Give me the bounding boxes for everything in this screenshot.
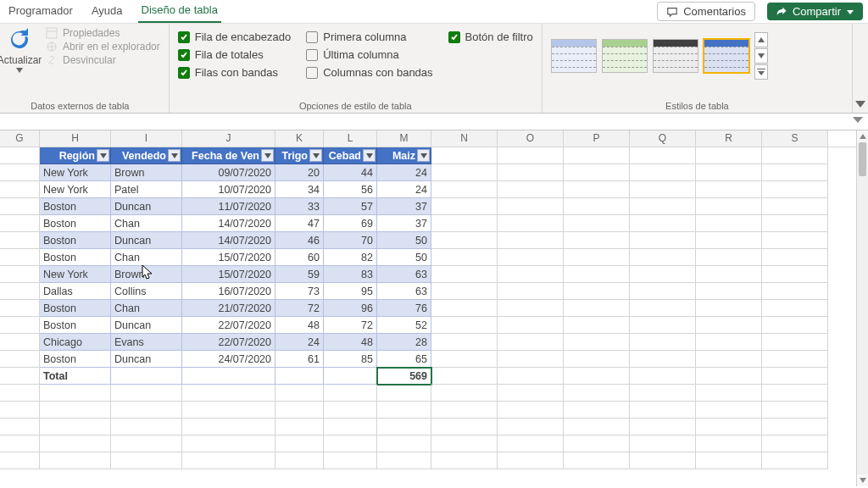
column-header-S[interactable]: S	[762, 130, 828, 147]
group-external-label: Datos externos de tabla	[0, 99, 160, 111]
table-styles-gallery[interactable]	[551, 27, 768, 80]
table-row[interactable]: BostonDuncan24/07/2020618565	[0, 351, 868, 368]
column-header-L[interactable]: L	[324, 130, 377, 147]
empty-row[interactable]	[0, 435, 868, 452]
check-fila-encabezado[interactable]: Fila de encabezado	[178, 30, 291, 43]
table-row[interactable]: BostonChan14/07/2020476937	[0, 215, 868, 232]
table-header-Maiz[interactable]: Maiz	[377, 147, 431, 164]
sheet-rows[interactable]: RegiónVendedoFecha de VenTrigoCebadMaizN…	[0, 147, 868, 469]
column-headers[interactable]: GHIJKLMNOPQRS	[0, 130, 868, 147]
table-header-row: RegiónVendedoFecha de VenTrigoCebadMaiz	[0, 147, 868, 164]
column-header-M[interactable]: M	[377, 130, 431, 147]
empty-row[interactable]	[0, 402, 868, 419]
column-header-K[interactable]: K	[275, 130, 324, 147]
filter-dropdown-icon[interactable]	[97, 149, 109, 162]
table-header-Fecha de Ven[interactable]: Fecha de Ven	[182, 147, 275, 164]
unlink-button[interactable]: Desvincular	[46, 54, 160, 66]
table-row[interactable]: BostonDuncan22/07/2020487252	[0, 317, 868, 334]
table-header-Vendedo[interactable]: Vendedo	[111, 147, 182, 164]
group-options-label: Opciones de estilo de tabla	[178, 99, 533, 111]
column-header-Q[interactable]: Q	[630, 130, 696, 147]
empty-row[interactable]	[0, 419, 868, 435]
share-button[interactable]: Compartir	[767, 3, 863, 20]
table-style-1[interactable]	[551, 39, 597, 73]
properties-button[interactable]: Propiedades	[46, 27, 160, 39]
column-header-G[interactable]: G	[0, 130, 40, 147]
gallery-more[interactable]	[754, 64, 768, 80]
group-styles-label: Estilos de tabla	[551, 99, 843, 111]
filter-dropdown-icon[interactable]	[261, 149, 274, 162]
table-row[interactable]: New YorkBrown09/07/2020204424	[0, 164, 868, 181]
formula-bar-collapsed	[0, 114, 868, 130]
scroll-up[interactable]	[857, 130, 868, 142]
column-header-R[interactable]: R	[696, 130, 762, 147]
open-browser-button[interactable]: Abrir en el explorador	[46, 41, 160, 53]
comments-label: Comentarios	[683, 5, 746, 18]
check-fila-totales[interactable]: Fila de totales	[178, 48, 291, 61]
table-style-3[interactable]	[653, 39, 698, 73]
filter-dropdown-icon[interactable]	[309, 149, 322, 162]
scroll-thumb[interactable]	[859, 142, 866, 176]
gallery-scroll-down[interactable]	[754, 48, 768, 64]
check-columnas-bandas[interactable]: Columnas con bandas	[306, 66, 432, 79]
svg-rect-0	[47, 28, 57, 38]
table-header-Trigo[interactable]: Trigo	[275, 147, 324, 164]
share-icon	[776, 6, 787, 18]
empty-row[interactable]	[0, 385, 868, 402]
comment-icon	[666, 6, 678, 18]
ribbon-tabstrip: Programador Ayuda Diseño de tabla Coment…	[0, 0, 868, 24]
table-row[interactable]: BostonChan21/07/2020729676	[0, 300, 868, 317]
vertical-scrollbar[interactable]	[856, 130, 868, 486]
refresh-icon	[7, 27, 32, 53]
check-boton-filtro[interactable]: Botón de filtro	[448, 30, 533, 43]
empty-row[interactable]	[0, 452, 868, 469]
column-header-P[interactable]: P	[564, 130, 630, 147]
formula-bar-expand[interactable]	[853, 115, 863, 124]
tab-diseno-tabla[interactable]: Diseño de tabla	[138, 0, 221, 23]
spreadsheet[interactable]: GHIJKLMNOPQRS RegiónVendedoFecha de VenT…	[0, 130, 868, 486]
table-style-4-selected[interactable]	[704, 39, 749, 73]
table-row[interactable]: New YorkPatel10/07/2020345624	[0, 181, 868, 198]
share-label: Compartir	[793, 5, 841, 18]
table-row[interactable]: BostonChan15/07/2020608250	[0, 249, 868, 266]
chevron-down-icon	[16, 68, 23, 73]
column-header-H[interactable]: H	[40, 130, 111, 147]
table-header-Cebad[interactable]: Cebad	[324, 147, 377, 164]
chevron-down-icon	[846, 8, 854, 16]
comments-button[interactable]: Comentarios	[657, 2, 755, 21]
column-header-O[interactable]: O	[498, 130, 564, 147]
table-header-Región[interactable]: Región	[40, 147, 111, 164]
table-row[interactable]: New YorkBrown15/07/2020598363	[0, 266, 868, 283]
gallery-scroll-up[interactable]	[754, 32, 768, 47]
refresh-label: Actualizar	[0, 54, 42, 66]
ribbon-collapse[interactable]	[853, 24, 868, 113]
table-row[interactable]: DallasCollins16/07/2020739563	[0, 283, 868, 300]
tab-programador[interactable]: Programador	[5, 1, 76, 22]
filter-dropdown-icon[interactable]	[168, 149, 181, 162]
filter-dropdown-icon[interactable]	[417, 149, 430, 162]
column-header-I[interactable]: I	[111, 130, 182, 147]
ribbon: Actualizar Propiedades Abrir en el explo…	[0, 24, 868, 114]
column-header-N[interactable]: N	[431, 130, 498, 147]
table-style-2[interactable]	[602, 39, 648, 73]
check-filas-bandas[interactable]: Filas con bandas	[178, 66, 291, 79]
tab-ayuda[interactable]: Ayuda	[88, 1, 126, 22]
table-row[interactable]: BostonDuncan14/07/2020467050	[0, 232, 868, 249]
check-primera-columna[interactable]: Primera columna	[306, 30, 432, 43]
refresh-splitbutton[interactable]: Actualizar	[0, 27, 39, 73]
scroll-down[interactable]	[857, 474, 868, 486]
column-header-J[interactable]: J	[182, 130, 275, 147]
table-row[interactable]: BostonDuncan11/07/2020335737	[0, 198, 868, 215]
table-total-row[interactable]: Total569	[0, 368, 868, 385]
filter-dropdown-icon[interactable]	[363, 149, 376, 162]
table-row[interactable]: ChicagoEvans22/07/2020244828	[0, 334, 868, 351]
check-ultima-columna[interactable]: Última columna	[306, 48, 432, 61]
